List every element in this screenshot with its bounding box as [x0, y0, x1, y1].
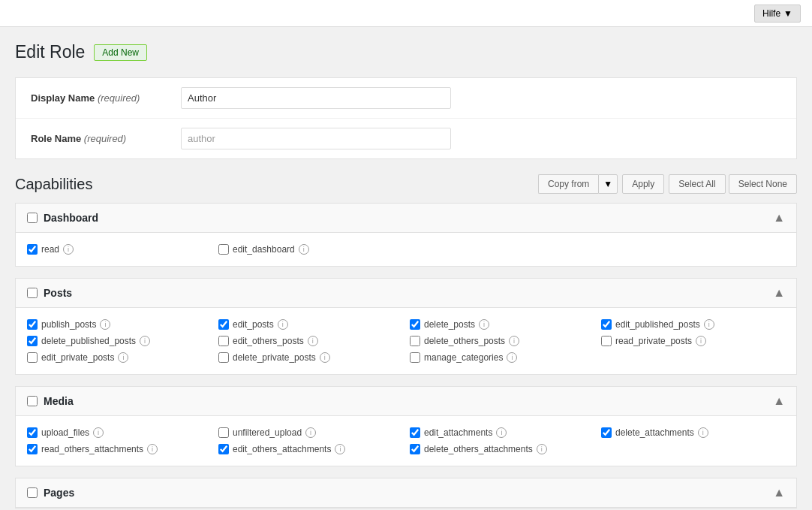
- section-header-media[interactable]: Media▲: [16, 387, 796, 416]
- capability-checkbox-read_others_attachments[interactable]: [27, 444, 38, 454]
- capability-item-read_private_posts: read_private_postsi: [601, 336, 785, 346]
- section-content-posts: publish_postsiedit_postsidelete_postsied…: [16, 308, 796, 374]
- capability-checkbox-delete_private_posts[interactable]: [218, 352, 229, 363]
- role-name-input[interactable]: [181, 128, 451, 149]
- copy-from-group: Copy from ▼: [538, 174, 618, 194]
- section-posts: Posts▲publish_postsiedit_postsidelete_po…: [15, 278, 797, 375]
- capability-info-delete_attachments: i: [698, 427, 708, 438]
- capability-item-read: readi: [27, 244, 211, 255]
- capability-label-delete_posts[interactable]: delete_posts: [424, 319, 475, 330]
- capability-item-delete_others_attachments: delete_others_attachmentsi: [410, 444, 594, 454]
- role-name-row: Role Name (required): [16, 119, 796, 158]
- capability-checkbox-edit_private_posts[interactable]: [27, 352, 38, 363]
- apply-button[interactable]: Apply: [622, 174, 664, 194]
- capability-label-delete_others_attachments[interactable]: delete_others_attachments: [424, 444, 533, 454]
- capability-item-manage_categories: manage_categoriesi: [410, 352, 594, 363]
- display-name-input[interactable]: [181, 87, 451, 109]
- capability-label-edit_others_posts[interactable]: edit_others_posts: [233, 336, 304, 346]
- capability-info-read: i: [63, 244, 74, 255]
- capability-item-edit_published_posts: edit_published_postsi: [601, 319, 785, 330]
- capability-label-edit_others_attachments[interactable]: edit_others_attachments: [233, 444, 331, 454]
- copy-from-button[interactable]: Copy from: [538, 174, 598, 194]
- capability-label-edit_dashboard[interactable]: edit_dashboard: [233, 244, 295, 255]
- help-dropdown-icon: ▼: [783, 8, 792, 19]
- capability-checkbox-edit_others_posts[interactable]: [218, 336, 229, 346]
- section-checkbox-media[interactable]: [27, 396, 38, 406]
- section-title-pages: Pages: [44, 487, 74, 499]
- capability-label-delete_private_posts[interactable]: delete_private_posts: [233, 352, 316, 363]
- display-name-label: Display Name (required): [31, 92, 181, 104]
- capability-checkbox-read[interactable]: [27, 244, 38, 255]
- capability-checkbox-unfiltered_upload[interactable]: [218, 427, 229, 438]
- capability-info-delete_posts: i: [479, 319, 489, 330]
- capability-label-manage_categories[interactable]: manage_categories: [424, 352, 503, 363]
- capability-label-edit_attachments[interactable]: edit_attachments: [424, 427, 492, 438]
- capability-checkbox-edit_attachments[interactable]: [410, 427, 420, 438]
- section-title-dashboard: Dashboard: [44, 212, 98, 224]
- capability-info-delete_private_posts: i: [320, 352, 330, 363]
- capability-label-upload_files[interactable]: upload_files: [41, 427, 89, 438]
- section-checkbox-dashboard[interactable]: [27, 213, 38, 223]
- capability-checkbox-edit_others_attachments[interactable]: [218, 444, 229, 454]
- select-all-button[interactable]: Select All: [669, 174, 725, 194]
- section-checkbox-posts[interactable]: [27, 288, 38, 298]
- capability-item-delete_private_posts: delete_private_postsi: [218, 352, 402, 363]
- top-bar: Hilfe ▼: [0, 0, 812, 27]
- capability-checkbox-edit_posts[interactable]: [218, 319, 229, 330]
- section-header-posts[interactable]: Posts▲: [16, 279, 796, 308]
- capability-checkbox-edit_published_posts[interactable]: [601, 319, 612, 330]
- capability-checkbox-delete_attachments[interactable]: [601, 427, 612, 438]
- section-toggle-posts[interactable]: ▲: [773, 286, 785, 300]
- capability-info-upload_files: i: [93, 427, 104, 438]
- capability-label-unfiltered_upload[interactable]: unfiltered_upload: [233, 427, 302, 438]
- capability-label-edit_published_posts[interactable]: edit_published_posts: [615, 319, 700, 330]
- capability-item-edit_posts: edit_postsi: [218, 319, 402, 330]
- select-none-button[interactable]: Select None: [729, 174, 797, 194]
- capability-info-edit_others_attachments: i: [335, 444, 345, 454]
- capability-checkbox-delete_posts[interactable]: [410, 319, 420, 330]
- capability-info-edit_attachments: i: [496, 427, 507, 438]
- capability-label-edit_private_posts[interactable]: edit_private_posts: [41, 352, 114, 363]
- capability-checkbox-upload_files[interactable]: [27, 427, 38, 438]
- capability-info-edit_dashboard: i: [299, 244, 309, 255]
- copy-from-dropdown-button[interactable]: ▼: [598, 174, 618, 194]
- capability-label-delete_published_posts[interactable]: delete_published_posts: [41, 336, 136, 346]
- section-header-pages[interactable]: Pages▲: [16, 478, 796, 508]
- capability-label-read_private_posts[interactable]: read_private_posts: [615, 336, 692, 346]
- capability-checkbox-delete_others_attachments[interactable]: [410, 444, 420, 454]
- capability-label-delete_others_posts[interactable]: delete_others_posts: [424, 336, 505, 346]
- capability-item-edit_others_posts: edit_others_postsi: [218, 336, 402, 346]
- capability-label-publish_posts[interactable]: publish_posts: [41, 319, 96, 330]
- capability-checkbox-delete_others_posts[interactable]: [410, 336, 420, 346]
- section-toggle-dashboard[interactable]: ▲: [773, 211, 785, 225]
- section-title-posts: Posts: [44, 287, 72, 299]
- capability-label-read_others_attachments[interactable]: read_others_attachments: [41, 444, 143, 454]
- capability-checkbox-delete_published_posts[interactable]: [27, 336, 38, 346]
- help-button[interactable]: Hilfe ▼: [754, 5, 801, 23]
- capability-item-read_others_attachments: read_others_attachmentsi: [27, 444, 211, 454]
- capability-item-delete_published_posts: delete_published_postsi: [27, 336, 211, 346]
- capability-item-delete_posts: delete_postsi: [410, 319, 594, 330]
- capabilities-title: Capabilities: [15, 176, 92, 193]
- capability-item-edit_dashboard: edit_dashboardi: [218, 244, 402, 255]
- section-pages: Pages▲: [15, 478, 797, 508]
- capability-info-publish_posts: i: [100, 319, 110, 330]
- section-toggle-pages[interactable]: ▲: [773, 486, 785, 499]
- capability-info-read_private_posts: i: [696, 336, 706, 346]
- capability-label-edit_posts[interactable]: edit_posts: [233, 319, 274, 330]
- section-toggle-media[interactable]: ▲: [773, 394, 785, 408]
- capability-checkbox-publish_posts[interactable]: [27, 319, 38, 330]
- capability-label-delete_attachments[interactable]: delete_attachments: [615, 427, 694, 438]
- capability-info-edit_others_posts: i: [308, 336, 318, 346]
- section-header-dashboard[interactable]: Dashboard▲: [16, 204, 796, 233]
- section-content-media: upload_filesiunfiltered_uploadiedit_atta…: [16, 416, 796, 466]
- capability-info-delete_others_posts: i: [509, 336, 519, 346]
- capability-checkbox-edit_dashboard[interactable]: [218, 244, 229, 255]
- section-checkbox-pages[interactable]: [27, 487, 38, 498]
- section-title-media: Media: [44, 395, 74, 407]
- capability-checkbox-read_private_posts[interactable]: [601, 336, 612, 346]
- capability-checkbox-manage_categories[interactable]: [410, 352, 420, 363]
- add-new-button[interactable]: Add New: [94, 44, 147, 61]
- capability-label-read[interactable]: read: [41, 244, 59, 255]
- capability-info-unfiltered_upload: i: [305, 427, 316, 438]
